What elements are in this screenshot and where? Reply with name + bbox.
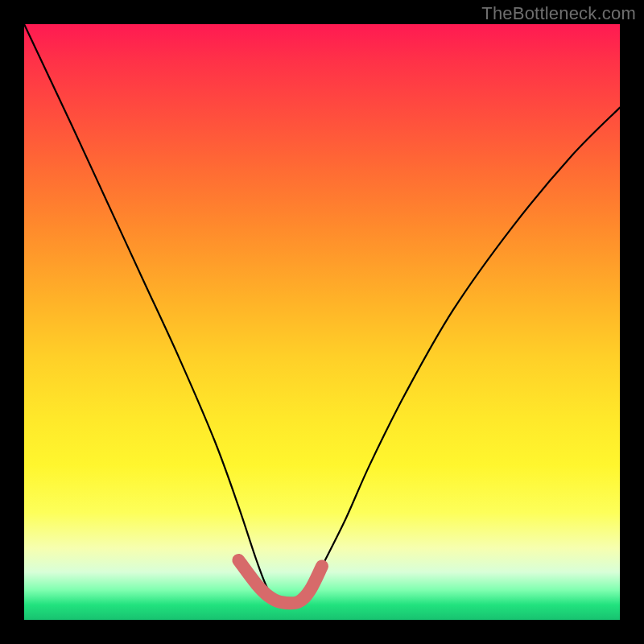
plot-area: [24, 24, 620, 620]
optimal-range-highlight: [238, 560, 322, 603]
watermark-text: TheBottleneck.com: [481, 3, 636, 24]
bottleneck-curve: [24, 24, 620, 604]
curve-svg: [24, 24, 620, 620]
chart-frame: TheBottleneck.com: [0, 0, 644, 644]
